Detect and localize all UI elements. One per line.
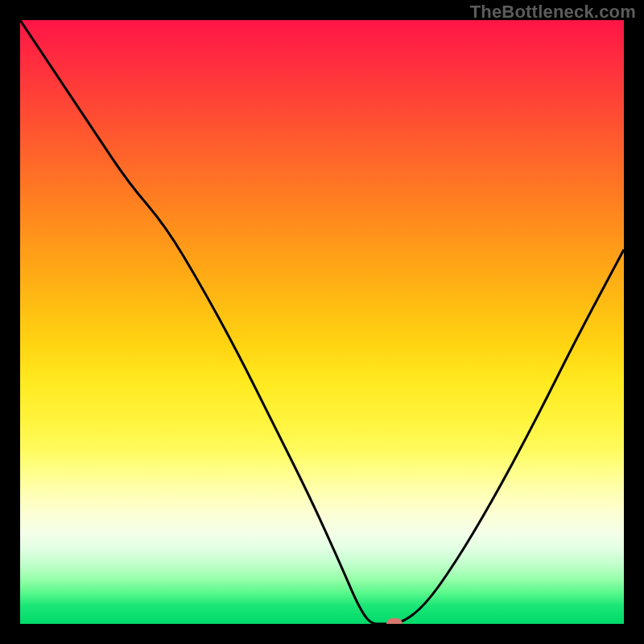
curve-svg xyxy=(20,20,624,624)
optimal-point-marker xyxy=(386,618,402,624)
chart-container: TheBottleneck.com xyxy=(0,0,644,644)
watermark-text: TheBottleneck.com xyxy=(470,2,636,23)
bottleneck-curve xyxy=(20,20,624,624)
plot-area xyxy=(20,20,624,624)
